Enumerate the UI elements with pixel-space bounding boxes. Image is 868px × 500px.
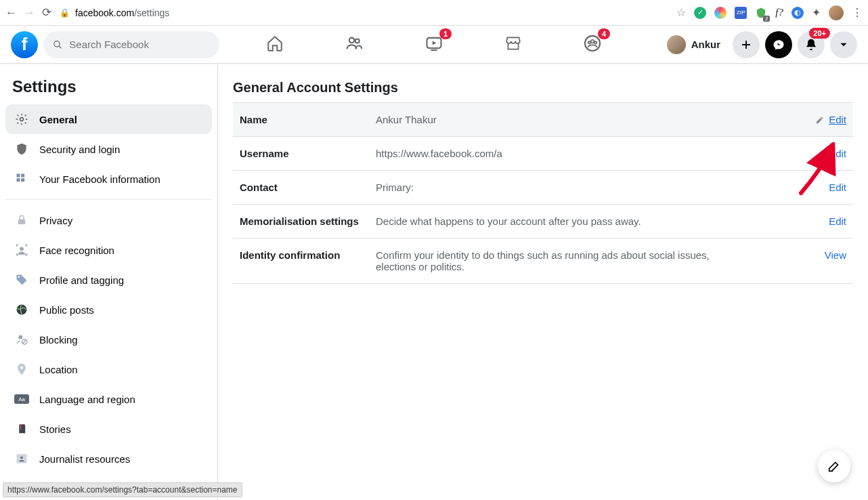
sidebar-item-blocking[interactable]: Blocking: [5, 325, 212, 354]
sidebar-divider: [5, 199, 212, 200]
profile-chip[interactable]: Ankur: [664, 33, 727, 57]
settings-sidebar: Settings GeneralSecurity and loginYour F…: [0, 64, 218, 500]
center-nav: 1 4: [266, 26, 602, 63]
row-value: Ankur Thakur: [376, 114, 714, 125]
row-value: Primary:: [376, 182, 714, 193]
svg-point-27: [20, 456, 23, 459]
lock-icon: 🔒: [60, 8, 70, 18]
sidebar-item-label: Location: [39, 364, 78, 375]
svg-point-17: [18, 276, 20, 278]
svg-point-8: [588, 41, 591, 44]
home-icon: [266, 35, 284, 52]
search-container[interactable]: [43, 31, 219, 58]
sidebar-item-security-and-login[interactable]: Security and login: [5, 134, 212, 164]
sidebar-item-profile-and-tagging[interactable]: Profile and tagging: [5, 265, 212, 295]
row-action-link[interactable]: View: [799, 249, 846, 261]
svg-rect-25: [20, 424, 22, 430]
sidebar-item-label: Your Facebook information: [39, 173, 160, 185]
search-icon: [53, 39, 62, 50]
svg-point-3: [355, 39, 360, 43]
extension-icon[interactable]: ✓: [694, 7, 706, 19]
pencil-icon: [815, 115, 825, 125]
account-menu-button[interactable]: [830, 31, 857, 58]
svg-rect-15: [18, 220, 26, 225]
search-input[interactable]: [69, 39, 210, 50]
row-label: Name: [240, 114, 372, 125]
row-value: Decide what happens to your account afte…: [376, 215, 714, 227]
nav-home[interactable]: [266, 35, 284, 55]
compose-icon: [827, 459, 842, 474]
url-path: /settings: [134, 7, 169, 18]
row-label: Contact: [240, 182, 372, 193]
browser-chrome-bar: ← → ⟳ 🔒 facebook.com/settings ☆ ✓ ZIP 2 …: [0, 0, 868, 26]
nav-friends[interactable]: [345, 34, 364, 56]
extension-icon[interactable]: f?: [775, 7, 783, 18]
row-action-link[interactable]: Edit: [799, 114, 846, 125]
book-icon: [14, 421, 30, 437]
messenger-button[interactable]: [765, 31, 792, 58]
avatar: [667, 35, 686, 54]
facebook-logo[interactable]: f: [11, 31, 38, 58]
svg-line-1: [59, 45, 62, 48]
sidebar-item-journalist-resources[interactable]: Journalist resources: [5, 444, 212, 474]
friends-icon: [345, 34, 364, 53]
browser-menu-icon[interactable]: ⋮: [852, 6, 863, 19]
nav-marketplace[interactable]: [504, 35, 522, 55]
create-button[interactable]: [733, 31, 760, 58]
extensions-menu-icon[interactable]: ✦: [812, 6, 821, 19]
lock-icon: [14, 212, 30, 228]
main-content: General Account Settings NameAnkur Thaku…: [218, 64, 868, 500]
extension-row: ☆ ✓ ZIP 2 f? ◐ ✦ ⋮: [676, 5, 863, 20]
svg-point-10: [20, 118, 24, 121]
floating-edit-button[interactable]: [818, 450, 850, 482]
row-label: Identity confirmation: [240, 249, 372, 261]
sidebar-item-face-recognition[interactable]: Face recognition: [5, 235, 212, 265]
sidebar-item-label: Stories: [39, 423, 71, 435]
svg-point-18: [17, 305, 27, 315]
settings-row-username: Usernamehttps://www.facebook.com/aEdit: [233, 137, 853, 171]
row-action-link[interactable]: Edit: [799, 215, 846, 227]
svg-line-21: [23, 340, 26, 343]
row-action-label: Edit: [829, 114, 846, 125]
nav-video[interactable]: 1: [425, 34, 443, 56]
sidebar-item-label: Security and login: [39, 144, 120, 155]
svg-point-9: [594, 41, 597, 44]
browser-refresh-button[interactable]: ⟳: [42, 5, 51, 20]
video-badge: 1: [439, 28, 452, 39]
status-bar-url: https://www.facebook.com/settings?tab=ac…: [3, 482, 242, 497]
sidebar-item-label: Language and region: [39, 394, 135, 405]
extension-icon[interactable]: [714, 7, 726, 19]
browser-profile-avatar[interactable]: [829, 5, 844, 20]
sidebar-item-general[interactable]: General: [5, 104, 212, 134]
svg-point-0: [54, 41, 60, 46]
extension-icon[interactable]: ◐: [791, 7, 804, 19]
sidebar-item-privacy[interactable]: Privacy: [5, 205, 212, 235]
svg-point-19: [18, 335, 22, 339]
settings-row-name: NameAnkur ThakurEdit: [233, 103, 853, 137]
sidebar-title: Settings: [5, 72, 212, 104]
sidebar-item-language-and-region[interactable]: AaLanguage and region: [5, 384, 212, 414]
bell-icon: [804, 38, 818, 51]
extension-icon[interactable]: 2: [755, 7, 767, 19]
row-action-link[interactable]: Edit: [799, 148, 846, 159]
grid-icon: [14, 171, 30, 187]
row-action-link[interactable]: Edit: [799, 182, 846, 193]
svg-point-2: [349, 37, 354, 42]
extension-icon[interactable]: ZIP: [735, 7, 747, 19]
bookmark-star-icon[interactable]: ☆: [676, 6, 686, 19]
row-value: https://www.facebook.com/a: [376, 148, 714, 159]
row-action-label: Edit: [829, 215, 846, 227]
sidebar-item-stories[interactable]: Stories: [5, 414, 212, 444]
settings-row-memorialisation-settings: Memorialisation settingsDecide what happ…: [233, 205, 853, 238]
nav-groups[interactable]: 4: [583, 34, 602, 56]
address-bar[interactable]: 🔒 facebook.com/settings: [60, 7, 169, 18]
sidebar-item-location[interactable]: Location: [5, 354, 212, 384]
browser-forward-button[interactable]: →: [24, 6, 35, 20]
sidebar-item-public-posts[interactable]: Public posts: [5, 295, 212, 325]
browser-back-button[interactable]: ←: [5, 6, 17, 20]
sidebar-item-your-facebook-information[interactable]: Your Facebook information: [5, 164, 212, 194]
svg-rect-12: [21, 174, 24, 178]
profile-name: Ankur: [691, 39, 720, 50]
notifications-button[interactable]: 20+: [798, 31, 825, 58]
sidebar-item-label: General: [39, 114, 77, 125]
